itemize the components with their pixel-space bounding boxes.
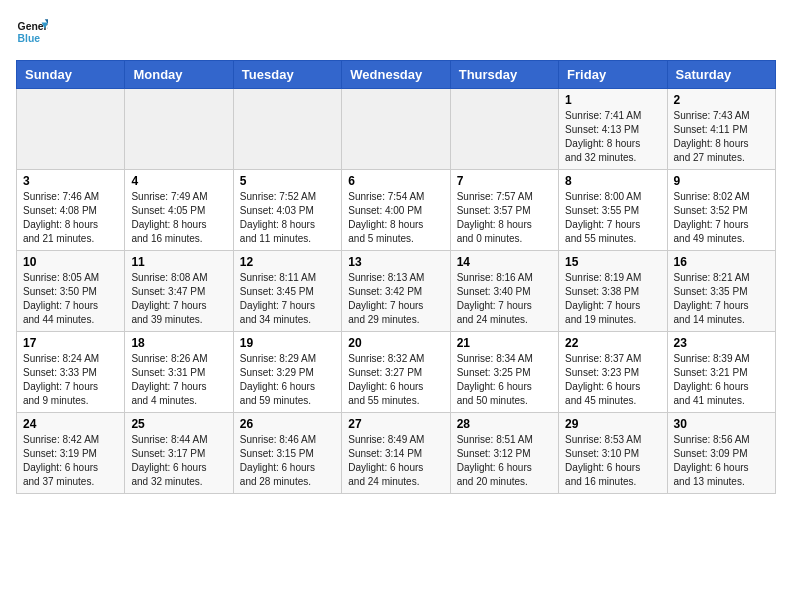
day-info: Sunrise: 7:57 AM Sunset: 3:57 PM Dayligh…: [457, 190, 552, 246]
day-info: Sunrise: 8:21 AM Sunset: 3:35 PM Dayligh…: [674, 271, 769, 327]
calendar-table: SundayMondayTuesdayWednesdayThursdayFrid…: [16, 60, 776, 494]
header-wednesday: Wednesday: [342, 61, 450, 89]
day-cell: 26Sunrise: 8:46 AM Sunset: 3:15 PM Dayli…: [233, 413, 341, 494]
day-cell: 29Sunrise: 8:53 AM Sunset: 3:10 PM Dayli…: [559, 413, 667, 494]
day-info: Sunrise: 8:32 AM Sunset: 3:27 PM Dayligh…: [348, 352, 443, 408]
day-number: 8: [565, 174, 660, 188]
week-row-4: 17Sunrise: 8:24 AM Sunset: 3:33 PM Dayli…: [17, 332, 776, 413]
day-cell: 24Sunrise: 8:42 AM Sunset: 3:19 PM Dayli…: [17, 413, 125, 494]
day-number: 3: [23, 174, 118, 188]
day-info: Sunrise: 7:52 AM Sunset: 4:03 PM Dayligh…: [240, 190, 335, 246]
day-info: Sunrise: 8:26 AM Sunset: 3:31 PM Dayligh…: [131, 352, 226, 408]
day-number: 18: [131, 336, 226, 350]
day-cell: 1Sunrise: 7:41 AM Sunset: 4:13 PM Daylig…: [559, 89, 667, 170]
day-cell: 10Sunrise: 8:05 AM Sunset: 3:50 PM Dayli…: [17, 251, 125, 332]
svg-text:Blue: Blue: [18, 33, 41, 44]
day-info: Sunrise: 8:34 AM Sunset: 3:25 PM Dayligh…: [457, 352, 552, 408]
day-cell: 18Sunrise: 8:26 AM Sunset: 3:31 PM Dayli…: [125, 332, 233, 413]
day-info: Sunrise: 8:05 AM Sunset: 3:50 PM Dayligh…: [23, 271, 118, 327]
day-info: Sunrise: 8:39 AM Sunset: 3:21 PM Dayligh…: [674, 352, 769, 408]
day-cell: 2Sunrise: 7:43 AM Sunset: 4:11 PM Daylig…: [667, 89, 775, 170]
day-info: Sunrise: 8:00 AM Sunset: 3:55 PM Dayligh…: [565, 190, 660, 246]
day-cell: 14Sunrise: 8:16 AM Sunset: 3:40 PM Dayli…: [450, 251, 558, 332]
header: General Blue: [16, 16, 776, 48]
day-info: Sunrise: 8:02 AM Sunset: 3:52 PM Dayligh…: [674, 190, 769, 246]
day-number: 11: [131, 255, 226, 269]
week-row-5: 24Sunrise: 8:42 AM Sunset: 3:19 PM Dayli…: [17, 413, 776, 494]
header-thursday: Thursday: [450, 61, 558, 89]
day-cell: 25Sunrise: 8:44 AM Sunset: 3:17 PM Dayli…: [125, 413, 233, 494]
day-cell: 27Sunrise: 8:49 AM Sunset: 3:14 PM Dayli…: [342, 413, 450, 494]
day-info: Sunrise: 7:41 AM Sunset: 4:13 PM Dayligh…: [565, 109, 660, 165]
day-number: 26: [240, 417, 335, 431]
day-info: Sunrise: 8:24 AM Sunset: 3:33 PM Dayligh…: [23, 352, 118, 408]
day-cell: 3Sunrise: 7:46 AM Sunset: 4:08 PM Daylig…: [17, 170, 125, 251]
day-number: 22: [565, 336, 660, 350]
day-number: 5: [240, 174, 335, 188]
week-row-3: 10Sunrise: 8:05 AM Sunset: 3:50 PM Dayli…: [17, 251, 776, 332]
day-info: Sunrise: 8:16 AM Sunset: 3:40 PM Dayligh…: [457, 271, 552, 327]
day-number: 25: [131, 417, 226, 431]
day-cell: 28Sunrise: 8:51 AM Sunset: 3:12 PM Dayli…: [450, 413, 558, 494]
day-cell: 16Sunrise: 8:21 AM Sunset: 3:35 PM Dayli…: [667, 251, 775, 332]
day-info: Sunrise: 8:13 AM Sunset: 3:42 PM Dayligh…: [348, 271, 443, 327]
day-info: Sunrise: 8:53 AM Sunset: 3:10 PM Dayligh…: [565, 433, 660, 489]
day-cell: 17Sunrise: 8:24 AM Sunset: 3:33 PM Dayli…: [17, 332, 125, 413]
day-number: 10: [23, 255, 118, 269]
week-row-1: 1Sunrise: 7:41 AM Sunset: 4:13 PM Daylig…: [17, 89, 776, 170]
day-number: 17: [23, 336, 118, 350]
day-cell: 8Sunrise: 8:00 AM Sunset: 3:55 PM Daylig…: [559, 170, 667, 251]
day-cell: [342, 89, 450, 170]
day-cell: [17, 89, 125, 170]
day-number: 13: [348, 255, 443, 269]
day-info: Sunrise: 8:51 AM Sunset: 3:12 PM Dayligh…: [457, 433, 552, 489]
calendar-header-row: SundayMondayTuesdayWednesdayThursdayFrid…: [17, 61, 776, 89]
day-info: Sunrise: 8:19 AM Sunset: 3:38 PM Dayligh…: [565, 271, 660, 327]
day-cell: 22Sunrise: 8:37 AM Sunset: 3:23 PM Dayli…: [559, 332, 667, 413]
day-number: 4: [131, 174, 226, 188]
day-info: Sunrise: 7:43 AM Sunset: 4:11 PM Dayligh…: [674, 109, 769, 165]
day-number: 1: [565, 93, 660, 107]
day-info: Sunrise: 8:08 AM Sunset: 3:47 PM Dayligh…: [131, 271, 226, 327]
day-cell: 9Sunrise: 8:02 AM Sunset: 3:52 PM Daylig…: [667, 170, 775, 251]
day-info: Sunrise: 8:46 AM Sunset: 3:15 PM Dayligh…: [240, 433, 335, 489]
day-cell: 4Sunrise: 7:49 AM Sunset: 4:05 PM Daylig…: [125, 170, 233, 251]
day-cell: 23Sunrise: 8:39 AM Sunset: 3:21 PM Dayli…: [667, 332, 775, 413]
day-cell: 7Sunrise: 7:57 AM Sunset: 3:57 PM Daylig…: [450, 170, 558, 251]
logo: General Blue: [16, 16, 52, 48]
day-number: 30: [674, 417, 769, 431]
day-number: 6: [348, 174, 443, 188]
header-sunday: Sunday: [17, 61, 125, 89]
day-info: Sunrise: 8:11 AM Sunset: 3:45 PM Dayligh…: [240, 271, 335, 327]
day-info: Sunrise: 7:46 AM Sunset: 4:08 PM Dayligh…: [23, 190, 118, 246]
day-cell: 13Sunrise: 8:13 AM Sunset: 3:42 PM Dayli…: [342, 251, 450, 332]
day-info: Sunrise: 7:49 AM Sunset: 4:05 PM Dayligh…: [131, 190, 226, 246]
header-monday: Monday: [125, 61, 233, 89]
day-info: Sunrise: 7:54 AM Sunset: 4:00 PM Dayligh…: [348, 190, 443, 246]
day-cell: 20Sunrise: 8:32 AM Sunset: 3:27 PM Dayli…: [342, 332, 450, 413]
day-number: 23: [674, 336, 769, 350]
day-number: 16: [674, 255, 769, 269]
day-number: 27: [348, 417, 443, 431]
day-info: Sunrise: 8:49 AM Sunset: 3:14 PM Dayligh…: [348, 433, 443, 489]
day-info: Sunrise: 8:29 AM Sunset: 3:29 PM Dayligh…: [240, 352, 335, 408]
day-cell: [125, 89, 233, 170]
day-cell: [233, 89, 341, 170]
day-number: 9: [674, 174, 769, 188]
day-cell: 30Sunrise: 8:56 AM Sunset: 3:09 PM Dayli…: [667, 413, 775, 494]
day-number: 20: [348, 336, 443, 350]
day-info: Sunrise: 8:56 AM Sunset: 3:09 PM Dayligh…: [674, 433, 769, 489]
day-number: 24: [23, 417, 118, 431]
day-number: 2: [674, 93, 769, 107]
day-number: 28: [457, 417, 552, 431]
day-number: 29: [565, 417, 660, 431]
day-info: Sunrise: 8:37 AM Sunset: 3:23 PM Dayligh…: [565, 352, 660, 408]
day-info: Sunrise: 8:42 AM Sunset: 3:19 PM Dayligh…: [23, 433, 118, 489]
day-number: 14: [457, 255, 552, 269]
day-cell: 12Sunrise: 8:11 AM Sunset: 3:45 PM Dayli…: [233, 251, 341, 332]
day-cell: 6Sunrise: 7:54 AM Sunset: 4:00 PM Daylig…: [342, 170, 450, 251]
header-tuesday: Tuesday: [233, 61, 341, 89]
logo-icon: General Blue: [16, 16, 48, 48]
day-cell: 19Sunrise: 8:29 AM Sunset: 3:29 PM Dayli…: [233, 332, 341, 413]
day-cell: 5Sunrise: 7:52 AM Sunset: 4:03 PM Daylig…: [233, 170, 341, 251]
